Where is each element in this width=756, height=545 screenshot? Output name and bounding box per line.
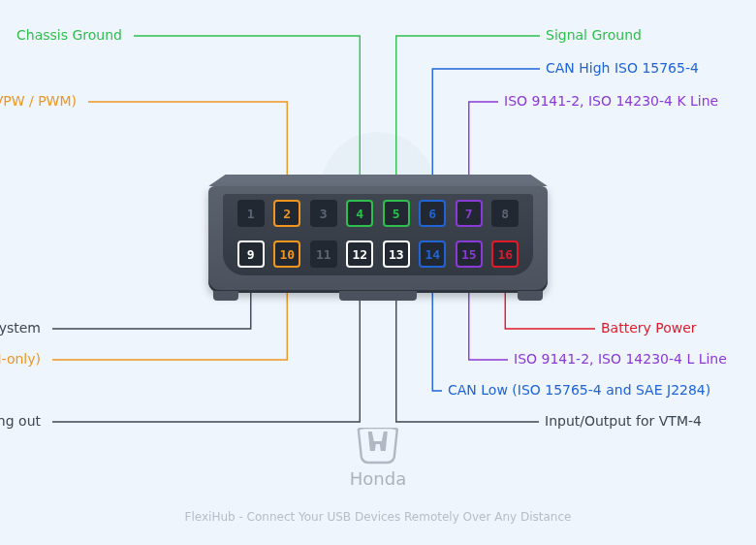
pin-10: 10 [273,240,300,268]
obd-connector: 12345678 910111213141516 [208,175,548,305]
pin-14: 14 [419,240,446,268]
pin-6: 6 [419,200,446,227]
label-can_high: CAN High ISO 15765-4 [546,60,705,76]
label-scs: SCS Service Check System [0,320,47,336]
label-programming_out: Programming out [0,413,47,429]
pin-3: 3 [310,200,337,227]
label-battery: Battery Power [601,320,703,336]
pin-11: 11 [310,240,337,268]
label-sae_plus: SAE J1850 Bus + (VPW / PWM) [0,93,82,109]
honda-h-icon [356,428,400,465]
pin-12: 12 [346,240,373,268]
pin-15: 15 [456,240,483,268]
label-iso_k_line: ISO 9141-2, ISO 14230-4 K Line [504,93,724,109]
pin-13: 13 [383,240,410,268]
label-sae_minus: SAE J1850 Bus - (PWM-only) [0,351,47,367]
footer-text: FlexiHub - Connect Your USB Devices Remo… [0,510,756,524]
pin-2: 2 [273,200,300,227]
pin-8: 8 [491,200,519,227]
pin-7: 7 [456,200,483,227]
brand-name: Honda [350,468,406,489]
pin-5: 5 [383,200,410,227]
honda-logo: Honda [350,428,406,489]
label-vtm4: Input/Output for VTM-4 [545,413,708,429]
label-signal_ground: Signal Ground [546,27,647,43]
label-iso_l_line: ISO 9141-2, ISO 14230-4 L Line [514,351,733,367]
pin-16: 16 [491,240,519,268]
pin-4: 4 [346,200,373,227]
label-can_low: CAN Low (ISO 15765-4 and SAE J2284) [448,382,716,398]
pin-9: 9 [237,240,265,268]
label-chassis_ground: Chassis Ground [16,27,128,43]
pin-1: 1 [237,200,265,227]
